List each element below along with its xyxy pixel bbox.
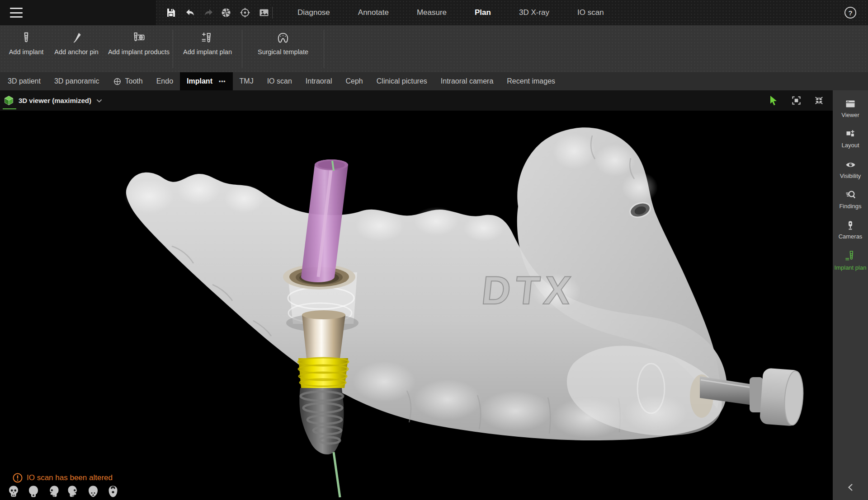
chevron-down-icon <box>96 98 103 103</box>
layout-icon <box>844 129 856 140</box>
redo-button[interactable] <box>203 6 215 19</box>
add-implant-button[interactable]: Add implant <box>5 25 48 72</box>
surgical-template-label: Surgical template <box>258 48 308 56</box>
add-implant-products-button[interactable]: Add implant products <box>105 25 173 72</box>
sidebar-item-visibility[interactable]: Visibility <box>840 159 861 180</box>
menu-item-3d-xray[interactable]: 3D X-ray <box>519 8 549 17</box>
dtx-watermark: DTX <box>480 268 577 313</box>
plan-ribbon: Add implant Add anchor pin <box>0 25 868 72</box>
skull-right-icon <box>67 485 79 498</box>
cursor-arrow-icon <box>769 95 778 106</box>
add-implant-label: Add implant <box>9 48 44 56</box>
sidebar-item-viewer[interactable]: Viewer <box>841 98 859 119</box>
pointer-tool-button[interactable] <box>768 95 779 107</box>
tab-3d-panoramic[interactable]: 3D panoramic <box>47 72 106 90</box>
sidebar-item-cameras[interactable]: Cameras <box>839 220 863 240</box>
skull-front-icon <box>8 485 19 498</box>
camera-icon <box>845 220 856 231</box>
warning-text: IO scan has been altered <box>27 473 113 482</box>
add-implant-products-icon <box>131 30 146 46</box>
add-implant-icon <box>19 30 33 46</box>
viewer-icon <box>844 98 856 109</box>
menu-item-diagnose[interactable]: Diagnose <box>297 8 330 17</box>
implant <box>298 310 349 497</box>
redo-icon <box>203 7 215 18</box>
menu-item-annotate[interactable]: Annotate <box>358 8 389 17</box>
tab-tmj[interactable]: TMJ <box>233 72 260 90</box>
hamburger-menu-button[interactable] <box>10 8 23 18</box>
sidebar-item-findings[interactable]: Findings <box>839 190 861 210</box>
skull-bottom-icon <box>107 485 119 498</box>
collapse-icon <box>814 95 824 106</box>
undo-icon <box>184 7 196 18</box>
image-icon <box>258 7 270 18</box>
view-preset-right-button[interactable] <box>67 485 79 498</box>
dtx-studio-app: Diagnose Annotate Measure Plan 3D X-ray … <box>0 0 868 500</box>
add-anchor-pin-label: Add anchor pin <box>54 48 99 56</box>
view-presets <box>7 485 119 498</box>
eye-icon <box>844 159 857 170</box>
view-preset-bottom-button[interactable] <box>107 485 119 498</box>
view-preset-front-button[interactable] <box>7 485 19 498</box>
tab-intraoral-camera[interactable]: Intraoral camera <box>434 72 500 90</box>
tab-ceph[interactable]: Ceph <box>339 72 370 90</box>
fit-screen-icon <box>791 95 802 106</box>
center-view-button[interactable] <box>239 6 251 19</box>
viewer-selector-dropdown[interactable]: 3D viewer (maximized) <box>0 90 103 111</box>
tab-3d-patient[interactable]: 3D patient <box>1 72 47 90</box>
help-button[interactable]: ? <box>844 7 856 19</box>
view-preset-top-button[interactable] <box>87 485 99 498</box>
tab-io-scan[interactable]: IO scan <box>260 72 299 90</box>
3d-cube-icon <box>4 95 14 106</box>
status-warning: IO scan has been altered <box>13 473 113 483</box>
sidebar-collapse-button[interactable] <box>844 481 857 494</box>
add-implant-plan-label: Add implant plan <box>183 48 232 56</box>
view-preset-back-button[interactable] <box>27 485 39 498</box>
findings-search-icon <box>844 190 856 201</box>
tooth-icon <box>113 77 122 86</box>
add-implant-plan-button[interactable]: Add implant plan <box>173 25 242 72</box>
toolbar-divider <box>272 7 273 19</box>
menu-item-plan[interactable]: Plan <box>475 8 491 17</box>
crosshair-target-icon <box>240 7 250 18</box>
menu-item-measure[interactable]: Measure <box>417 8 447 17</box>
workflow-menu: Diagnose Annotate Measure Plan 3D X-ray … <box>297 0 604 25</box>
tab-endo[interactable]: Endo <box>150 72 180 90</box>
tab-clinical-pictures[interactable]: Clinical pictures <box>370 72 434 90</box>
save-button[interactable] <box>165 6 177 19</box>
skull-back-icon <box>28 485 39 498</box>
viewer-title: 3D viewer (maximized) <box>19 97 91 104</box>
tab-intraoral[interactable]: Intraoral <box>299 72 339 90</box>
tab-recent-images[interactable]: Recent images <box>500 72 562 90</box>
undo-button[interactable] <box>184 6 196 19</box>
skull-left-icon <box>47 485 59 498</box>
top-bar: Diagnose Annotate Measure Plan 3D X-ray … <box>0 0 868 25</box>
render-settings-button[interactable] <box>220 6 232 19</box>
add-anchor-pin-button[interactable]: Add anchor pin <box>48 25 105 72</box>
3d-canvas[interactable]: DTX <box>0 111 833 500</box>
tab-overflow-menu-button[interactable]: ••• <box>219 78 226 84</box>
restore-viewer-button[interactable] <box>813 95 825 107</box>
fit-to-view-button[interactable] <box>790 95 802 107</box>
add-implant-plan-icon <box>200 30 215 46</box>
surgical-template-button[interactable]: Surgical template <box>242 25 324 72</box>
surgical-template-icon <box>275 30 291 46</box>
sidebar-item-implant-plan[interactable]: Implant plan <box>835 250 867 271</box>
save-icon <box>165 7 176 18</box>
tab-tooth[interactable]: Tooth <box>106 72 150 90</box>
viewer-header: 3D viewer (maximized) <box>0 90 833 111</box>
right-sidebar: Viewer Layout Visibility <box>833 90 868 500</box>
tab-implant[interactable]: Implant ••• <box>180 72 233 90</box>
skull-top-icon <box>87 485 99 498</box>
view-preset-left-button[interactable] <box>47 485 59 498</box>
screenshot-button[interactable] <box>258 6 270 19</box>
implant-plan-icon <box>844 250 857 262</box>
sidebar-item-layout[interactable]: Layout <box>841 129 859 149</box>
ribbon-divider <box>324 30 324 68</box>
3d-scene: DTX <box>0 111 833 500</box>
menu-item-io-scan[interactable]: IO scan <box>577 8 604 17</box>
chevron-left-icon <box>847 483 854 492</box>
implant-axis-bottom <box>334 452 340 497</box>
viewer-pane: 3D viewer (maximized) <box>0 90 833 500</box>
add-implant-products-label: Add implant products <box>108 48 170 56</box>
